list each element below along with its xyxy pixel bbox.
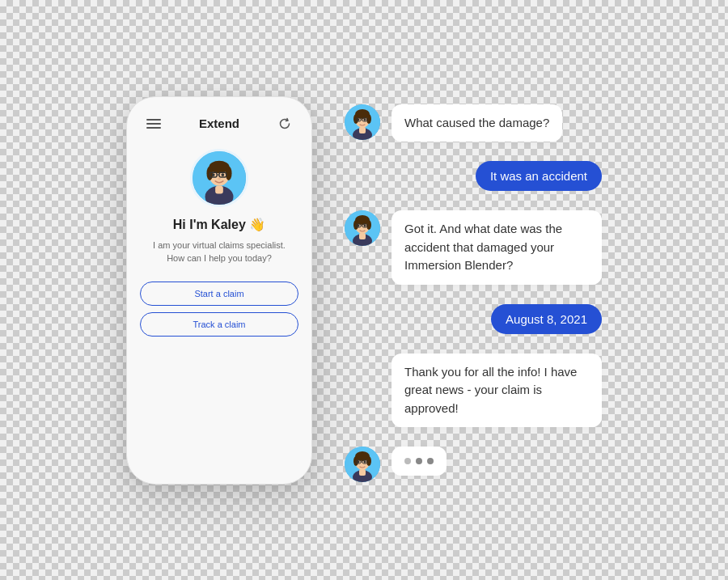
- bot-avatar-2: [345, 210, 380, 246]
- main-container: Extend: [126, 96, 602, 485]
- chat-bubble-1: What caused the damage?: [392, 104, 562, 142]
- svg-point-10: [212, 173, 215, 176]
- svg-point-12: [218, 177, 221, 180]
- svg-point-23: [358, 118, 360, 121]
- typing-indicator: [392, 447, 447, 476]
- chat-row-4: August 8, 2021: [345, 304, 602, 334]
- svg-rect-2: [215, 185, 223, 193]
- svg-point-11: [221, 173, 224, 176]
- avatar-large: [190, 149, 248, 207]
- chat-bubble-4: August 8, 2021: [491, 304, 602, 334]
- chat-row-2: It was an accident: [345, 161, 602, 191]
- phone-content: Hi I'm Kaley 👋 I am your virtual claims …: [140, 141, 298, 351]
- chat-bubble-2: It was an accident: [476, 161, 602, 191]
- svg-point-36: [364, 225, 366, 227]
- track-claim-button[interactable]: Track a claim: [140, 312, 298, 337]
- chat-row-5: Thank you for all the info! I have great…: [345, 354, 602, 428]
- chat-panel: What caused the damage? It was an accide…: [345, 96, 602, 483]
- phone-mockup: Extend: [126, 96, 312, 485]
- chat-row-3: Got it. And what date was the accident t…: [345, 210, 602, 285]
- greeting: Hi I'm Kaley 👋: [173, 217, 266, 232]
- chat-bubble-3: Got it. And what date was the accident t…: [392, 210, 602, 285]
- phone-title: Extend: [199, 116, 239, 130]
- chat-bubble-5: Thank you for all the info! I have great…: [392, 354, 602, 428]
- svg-rect-39: [359, 469, 366, 476]
- svg-point-24: [364, 118, 366, 121]
- subtitle: I am your virtual claims specialist. How…: [140, 239, 298, 265]
- bot-avatar-1: [345, 104, 380, 140]
- bot-avatar-3: [345, 447, 380, 482]
- start-claim-button[interactable]: Start a claim: [140, 282, 298, 306]
- refresh-icon[interactable]: [277, 116, 292, 131]
- svg-point-47: [358, 461, 360, 464]
- svg-rect-15: [359, 127, 366, 133]
- svg-point-48: [364, 461, 366, 464]
- svg-rect-27: [359, 233, 366, 239]
- svg-point-35: [358, 225, 360, 227]
- chat-row-1: What caused the damage?: [345, 104, 602, 142]
- chat-row-6: [345, 447, 602, 482]
- phone-header: Extend: [140, 113, 298, 141]
- hamburger-icon[interactable]: [146, 119, 161, 129]
